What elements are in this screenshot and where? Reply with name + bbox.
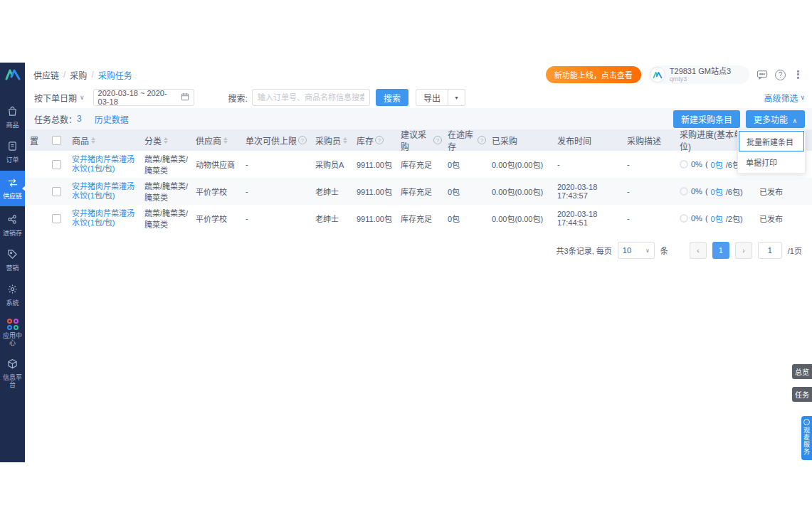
buyer-cell: 老绅士 bbox=[312, 213, 354, 224]
sort-icon[interactable] bbox=[223, 137, 228, 144]
desc-cell: - bbox=[624, 187, 677, 196]
menu-item-print[interactable]: 单据打印 bbox=[739, 151, 804, 172]
sidebar-item-orders[interactable]: 订单 bbox=[0, 136, 25, 168]
product-link[interactable]: 安井猪肉芹菜灌汤水饺(1包/包) bbox=[72, 155, 139, 174]
table-row: 安井猪肉芹菜灌汤水饺(1包/包) 蔬菜/腌菜类/腌菜类 动物供应商 - 采购员A… bbox=[25, 151, 812, 178]
message-icon[interactable] bbox=[756, 70, 768, 80]
breadcrumb-current: 采购任务 bbox=[98, 69, 132, 81]
help-tooltip-icon[interactable]: ? bbox=[375, 136, 384, 144]
suggest-cell: 库存充足 bbox=[398, 159, 445, 170]
row-checkbox[interactable] bbox=[52, 160, 61, 169]
headset-icon: − bbox=[803, 419, 810, 425]
more-menu-icon[interactable]: ⋮ bbox=[793, 68, 803, 81]
pagination-total-pages: /1页 bbox=[788, 245, 802, 256]
pagination-unit: 条 bbox=[660, 245, 668, 256]
gear-icon bbox=[7, 284, 18, 297]
page-jump-input[interactable] bbox=[758, 242, 782, 259]
current-page-button[interactable]: 1 bbox=[712, 242, 729, 259]
sidebar-item-label: 信息平台 bbox=[0, 374, 25, 388]
row-checkbox[interactable] bbox=[52, 187, 61, 196]
sidebar-item-goods[interactable]: 商品 bbox=[0, 101, 25, 133]
header-publish-time: 发布时间 bbox=[554, 134, 624, 147]
pagination-total: 共3条记录, 每页 bbox=[557, 245, 612, 256]
new-purchase-item-button[interactable]: 新建采购条目 bbox=[673, 110, 740, 128]
header-buyer[interactable]: 采购员 bbox=[312, 134, 354, 147]
progress-ring-icon bbox=[680, 187, 688, 196]
sidebar-item-inventory[interactable]: 进销存 bbox=[0, 209, 25, 241]
sidebar-item-label: 订单 bbox=[0, 156, 25, 164]
filter-bar: 按下单日期 ∨ 2020-03-18 ~ 2020-03-18 搜索: 搜索 导… bbox=[25, 87, 812, 108]
help-tooltip-icon[interactable]: ? bbox=[298, 136, 307, 144]
sidebar-item-marketing[interactable]: 营销 bbox=[0, 244, 25, 276]
progress-done-link[interactable]: 0包 bbox=[711, 159, 723, 170]
table-row: 安井猪肉芹菜灌汤水饺(1包/包) 蔬菜/腌菜类/腌菜类 平价学校 - 老绅士 9… bbox=[25, 205, 812, 232]
chevron-down-icon: ∨ bbox=[645, 247, 650, 254]
sidebar-bottom-group: 应用中心 信息平台 bbox=[0, 314, 25, 395]
header-pin: 置 bbox=[25, 134, 43, 147]
header-supplier[interactable]: 供应商 bbox=[193, 134, 243, 147]
sidebar-item-system[interactable]: 系统 bbox=[0, 279, 25, 311]
search-button[interactable]: 搜索 bbox=[376, 89, 408, 106]
search-input[interactable] bbox=[252, 89, 370, 106]
history-data-link[interactable]: 历史数据 bbox=[95, 113, 129, 125]
breadcrumb-supply-chain[interactable]: 供应链 bbox=[33, 69, 59, 81]
date-type-select[interactable]: 按下单日期 ∨ bbox=[34, 92, 85, 104]
header-desc: 采购描述 bbox=[624, 134, 677, 147]
sidebar-item-info-platform[interactable]: 信息平台 bbox=[0, 353, 25, 393]
publish-time-cell: - bbox=[554, 160, 624, 169]
supplier-cell: 平价学校 bbox=[193, 213, 243, 224]
help-tooltip-icon[interactable]: ? bbox=[433, 136, 442, 144]
service-float-tab[interactable]: − 观麦服务 bbox=[801, 416, 812, 460]
sidebar-item-label: 系统 bbox=[0, 299, 25, 307]
brand-logo-icon[interactable] bbox=[4, 68, 21, 81]
bag-icon bbox=[7, 106, 18, 119]
sidebar-item-app-center[interactable]: 应用中心 bbox=[0, 314, 25, 351]
new-feature-badge[interactable]: 新功能上线，点击查看 bbox=[546, 66, 641, 83]
user-name: T29831 GM站点3 bbox=[670, 67, 731, 75]
desc-cell: - bbox=[624, 160, 677, 169]
page-size-select[interactable]: 10 ∨ bbox=[618, 242, 655, 259]
transit-cell: 0包 bbox=[445, 213, 489, 224]
user-menu[interactable]: T29831 GM站点3 qmty3 bbox=[648, 65, 749, 84]
sort-icon[interactable] bbox=[164, 137, 168, 144]
next-page-button[interactable]: › bbox=[735, 242, 752, 259]
select-all-checkbox[interactable] bbox=[52, 136, 61, 145]
product-link[interactable]: 安井猪肉芹菜灌汤水饺(1包/包) bbox=[72, 182, 139, 201]
document-icon bbox=[7, 141, 18, 154]
supplier-cell: 动物供应商 bbox=[193, 159, 243, 170]
more-functions-button[interactable]: 更多功能 ∧ bbox=[746, 110, 805, 128]
export-dropdown-caret[interactable]: ▼ bbox=[448, 89, 465, 106]
export-button[interactable]: 导出 bbox=[416, 89, 448, 106]
row-checkbox[interactable] bbox=[52, 214, 61, 223]
calendar-icon bbox=[181, 92, 189, 103]
caret-down-icon: ▼ bbox=[454, 95, 459, 100]
date-range-picker[interactable]: 2020-03-18 ~ 2020-03-18 bbox=[93, 89, 194, 106]
cube-icon bbox=[7, 358, 18, 372]
overview-float-tab[interactable]: 总览 bbox=[792, 364, 812, 379]
breadcrumb-purchase[interactable]: 采购 bbox=[70, 69, 87, 81]
advanced-filter-link[interactable]: 高级筛选 ∨ bbox=[764, 92, 805, 104]
header-category[interactable]: 分类 bbox=[142, 134, 193, 147]
tasks-float-tab[interactable]: 任务 bbox=[792, 387, 812, 402]
desc-cell: - bbox=[624, 214, 677, 223]
help-icon[interactable]: ? bbox=[775, 70, 786, 80]
chevron-down-icon: ∨ bbox=[80, 94, 85, 101]
sidebar-item-supply-chain[interactable]: 供应链 bbox=[0, 171, 25, 206]
progress-done-link[interactable]: 0包 bbox=[711, 186, 723, 197]
prev-page-button[interactable]: ‹ bbox=[690, 242, 707, 259]
stock-cell: 9911.00包 bbox=[354, 213, 398, 224]
sidebar-item-label: 营销 bbox=[0, 265, 25, 272]
sort-icon[interactable] bbox=[91, 137, 95, 144]
product-link[interactable]: 安井猪肉芹菜灌汤水饺(1包/包) bbox=[72, 209, 139, 228]
sort-icon[interactable] bbox=[343, 137, 347, 144]
header-product[interactable]: 商品 bbox=[69, 134, 142, 147]
sidebar-item-label: 应用中心 bbox=[0, 332, 25, 346]
help-tooltip-icon[interactable]: ? bbox=[478, 136, 486, 144]
menu-item-batch-create[interactable]: 批量新建条目 bbox=[739, 131, 804, 151]
buyer-cell: 老绅士 bbox=[312, 186, 354, 197]
purchased-cell: 0.00包(0.00包) bbox=[489, 186, 554, 197]
header-purchased: 已采购 bbox=[489, 134, 554, 147]
app-center-icon bbox=[7, 319, 19, 330]
progress-done-link[interactable]: 0包 bbox=[711, 213, 723, 224]
avatar bbox=[650, 67, 665, 82]
